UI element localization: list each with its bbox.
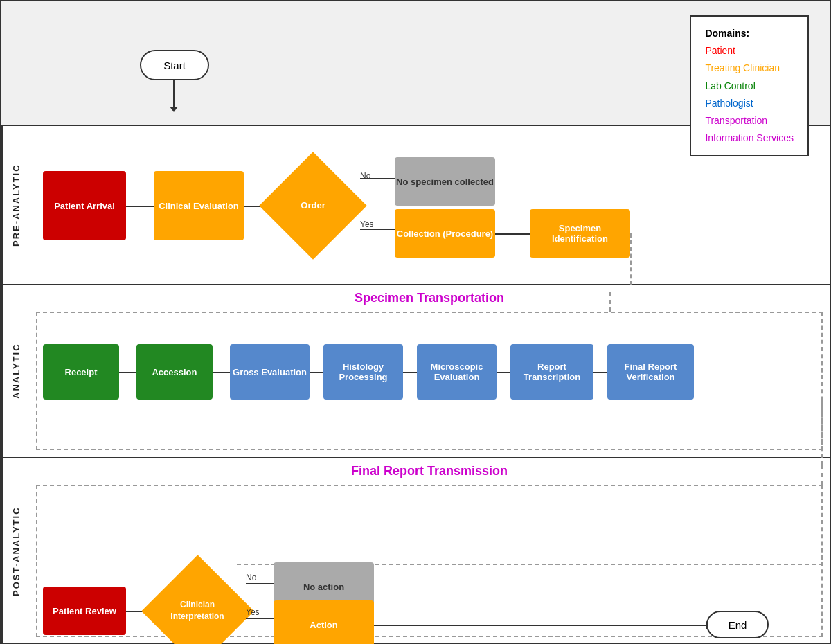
arrow-hist-micro: [403, 372, 417, 373]
arrow-order-nospec: [360, 178, 395, 179]
arrow-ci-action: [246, 618, 274, 619]
arrow-acc-gross: [213, 372, 230, 373]
arrow-reptrans-final: [593, 372, 607, 373]
pre-analytic-content: Patient Arrival Clinical Evaluation Orde…: [29, 126, 830, 284]
header-section: Start Domains: Patient Treating Clinicia…: [1, 1, 830, 126]
arrow-micro-reptrans: [497, 372, 510, 373]
clinician-diamond-text: Clinician Interpretation: [152, 599, 242, 623]
pre-analytic-label: PRE-ANALYTIC: [1, 126, 29, 284]
legend-pathologist: Pathologist: [705, 95, 794, 112]
dashed-right-down: [630, 233, 632, 285]
yes-label-order: Yes: [360, 220, 374, 229]
no-specimen-node: No specimen collected: [395, 157, 495, 206]
specimen-id-node: Specimen Identification: [530, 209, 630, 258]
arrow-receipt-acc: [119, 372, 136, 373]
start-node: Start: [140, 50, 209, 80]
patient-review-node: Patient Review: [43, 587, 126, 635]
arrow-order-collection: [360, 229, 395, 230]
start-arrow: [173, 80, 175, 107]
legend-clinician: Treating Clinician: [705, 60, 794, 77]
collection-node: Collection (Procedure): [395, 209, 495, 258]
order-diamond-text: Order: [301, 199, 325, 212]
arrow-gross-hist: [310, 372, 323, 373]
analytic-label: ANALYTIC: [1, 285, 29, 457]
clinician-interp-wrap: Clinician Interpretation: [152, 566, 242, 644]
start-label: Start: [163, 60, 186, 71]
arrow-coll-specid: [495, 233, 530, 235]
dashed-final-down: [821, 400, 823, 465]
analytic-row: ANALYTIC Specimen Transportation Receipt…: [1, 285, 830, 458]
transmission-label: Final Report Transmission: [29, 464, 830, 478]
legend-lab: Lab Control: [705, 78, 794, 95]
legend-title: Domains:: [705, 25, 794, 42]
clinical-eval-node: Clinical Evaluation: [154, 171, 244, 240]
order-diamond-wrap: Order: [268, 164, 358, 247]
legend-patient: Patient: [705, 42, 794, 60]
post-analytic-label: POST-ANALYTIC: [1, 458, 29, 644]
arrow-action-end: [374, 625, 706, 626]
receipt-node: Receipt: [43, 344, 119, 400]
transport-label: Specimen Transportation: [29, 291, 830, 305]
post-analytic-row: POST-ANALYTIC Final Report Transmission …: [1, 458, 830, 644]
pre-analytic-row: PRE-ANALYTIC Patient Arrival Clinical Ev…: [1, 126, 830, 285]
yes-label-ci: Yes: [246, 607, 260, 617]
dashed-in-top: [609, 292, 611, 312]
end-node: End: [706, 611, 769, 638]
end-label: End: [729, 619, 747, 631]
final-report-node: Final Report Verification: [607, 344, 694, 400]
microscopic-node: Microscopic Evaluation: [417, 344, 497, 400]
post-analytic-content: Final Report Transmission Patient Review…: [29, 458, 830, 644]
accession-node: Accession: [136, 344, 213, 400]
histology-node: Histology Processing: [323, 344, 403, 400]
arrow-ci-noaction: [246, 583, 274, 584]
action-node: Action: [274, 600, 374, 644]
arrow-pa-ce: [126, 206, 154, 207]
gross-eval-node: Gross Evaluation: [230, 344, 310, 400]
analytic-content: Specimen Transportation Receipt Accessio…: [29, 285, 830, 457]
report-trans-node: Report Transcription: [510, 344, 593, 400]
no-label-ci: No: [246, 573, 256, 582]
dashed-in-top-post: [821, 465, 823, 485]
diagram-container: Start Domains: Patient Treating Clinicia…: [0, 0, 831, 644]
patient-arrival-node: Patient Arrival: [43, 171, 126, 240]
